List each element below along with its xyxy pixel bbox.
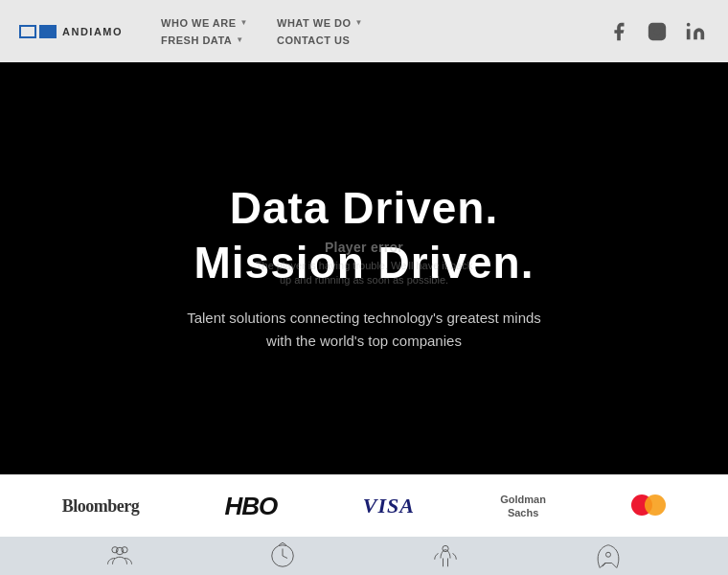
nav-what-we-do[interactable]: WHAT WE DO ▼ (277, 17, 363, 29)
hero-title-mission-driven: Mission Driven. (194, 237, 535, 289)
nav-contact-us[interactable]: CONTACT US (277, 34, 363, 46)
mastercard-right-circle (645, 494, 666, 516)
visa-logo[interactable]: VISA (363, 494, 415, 518)
icons-row (0, 537, 728, 575)
social-icons (605, 18, 709, 45)
logo-icon (19, 25, 57, 38)
nav-fresh-data[interactable]: FRESH DATA ▼ (161, 34, 248, 46)
clock-icon-item (268, 541, 297, 570)
facebook-icon[interactable] (605, 18, 632, 45)
logo-text: ANDIAMO (62, 26, 123, 37)
launch-icon (594, 541, 623, 570)
logo[interactable]: ANDIAMO (19, 25, 123, 38)
chevron-down-icon: ▼ (355, 18, 363, 27)
instagram-icon[interactable] (644, 18, 671, 45)
svg-point-5 (122, 547, 127, 553)
chevron-down-icon: ▼ (236, 35, 243, 44)
linkedin-icon[interactable] (682, 18, 709, 45)
hero-subtitle: Talent solutions connecting technology's… (182, 307, 546, 353)
bloomberg-logo[interactable]: Bloomberg (62, 496, 140, 517)
navigation: ANDIAMO WHO WE ARE ▼ FRESH DATA ▼ WHAT W… (0, 0, 728, 62)
mastercard-circles (631, 494, 666, 518)
brand-logos-bar: Bloomberg HBO VISA GoldmanSachs (0, 474, 728, 537)
clock-icon (268, 541, 297, 570)
hbo-logo[interactable]: HBO (225, 492, 278, 521)
hero-title-data-driven: Data Driven. (230, 184, 498, 233)
nav-col-left: WHO WE ARE ▼ FRESH DATA ▼ (161, 17, 248, 46)
chevron-down-icon: ▼ (240, 18, 248, 27)
hero-section: Player error The player is having troubl… (0, 62, 728, 474)
svg-point-4 (112, 547, 118, 553)
rocket-icon-item (431, 541, 460, 570)
team-icon (105, 541, 134, 570)
svg-rect-2 (687, 29, 691, 39)
logo-box-right (39, 25, 57, 38)
nav-who-we-are[interactable]: WHO WE ARE ▼ (161, 17, 248, 29)
nav-col-right: WHAT WE DO ▼ CONTACT US (277, 17, 363, 46)
svg-point-9 (606, 552, 611, 557)
logo-box-left (19, 25, 36, 38)
mastercard-logo[interactable] (631, 494, 666, 518)
visa-text: VISA (363, 494, 415, 518)
svg-point-3 (687, 22, 691, 26)
hbo-text: HBO (225, 492, 278, 521)
rocket-person-icon (431, 541, 460, 570)
launch-icon-item (594, 541, 623, 570)
bloomberg-text: Bloomberg (62, 496, 140, 517)
team-icon-item (105, 541, 134, 570)
goldman-text: GoldmanSachs (500, 493, 546, 520)
goldman-sachs-logo[interactable]: GoldmanSachs (500, 493, 546, 520)
nav-links: WHO WE ARE ▼ FRESH DATA ▼ WHAT WE DO ▼ C… (161, 17, 605, 46)
